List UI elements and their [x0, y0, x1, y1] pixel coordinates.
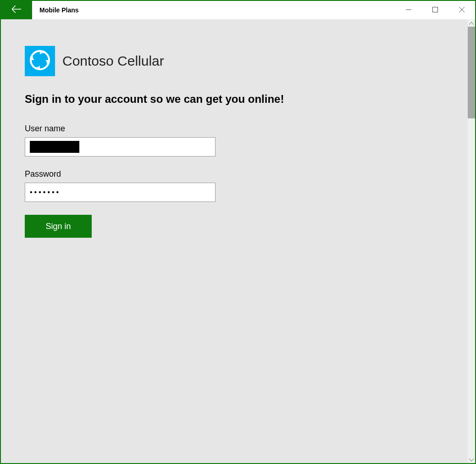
scrollbar[interactable]: [468, 19, 475, 463]
scroll-down-button[interactable]: [468, 456, 475, 463]
content-area: Contoso Cellular Sign in to your account…: [1, 19, 468, 463]
chevron-up-icon: [469, 21, 474, 26]
password-input[interactable]: •••••••: [25, 183, 216, 202]
minimize-button[interactable]: [395, 1, 422, 19]
close-button[interactable]: [448, 1, 475, 19]
scroll-track[interactable]: [468, 27, 475, 456]
maximize-icon: [432, 6, 438, 14]
app-title: Mobile Plans: [32, 1, 79, 19]
close-icon: [459, 6, 465, 14]
username-label: User name: [25, 124, 444, 134]
titlebar-spacer: [79, 1, 395, 19]
content-wrapper: Contoso Cellular Sign in to your account…: [1, 19, 475, 463]
window-controls: [395, 1, 475, 19]
back-arrow-icon: [12, 6, 21, 15]
svg-rect-1: [433, 7, 438, 12]
scroll-up-button[interactable]: [468, 19, 475, 27]
brand-logo: [25, 46, 55, 76]
username-redacted-value: [30, 141, 79, 153]
chevron-down-icon: [469, 457, 474, 462]
password-value: •••••••: [30, 188, 61, 196]
password-label: Password: [25, 169, 444, 179]
minimize-icon: [406, 6, 411, 14]
page-headline: Sign in to your account so we can get yo…: [25, 93, 444, 106]
username-input[interactable]: [25, 137, 216, 157]
swirl-logo-icon: [28, 49, 51, 73]
titlebar: Mobile Plans: [1, 1, 475, 19]
app-window: Mobile Plans: [0, 0, 476, 464]
back-button[interactable]: [1, 1, 32, 19]
brand-name: Contoso Cellular: [62, 53, 164, 69]
scroll-thumb[interactable]: [468, 27, 475, 118]
maximize-button[interactable]: [422, 1, 448, 19]
brand-row: Contoso Cellular: [25, 46, 444, 76]
signin-button[interactable]: Sign in: [25, 215, 92, 238]
